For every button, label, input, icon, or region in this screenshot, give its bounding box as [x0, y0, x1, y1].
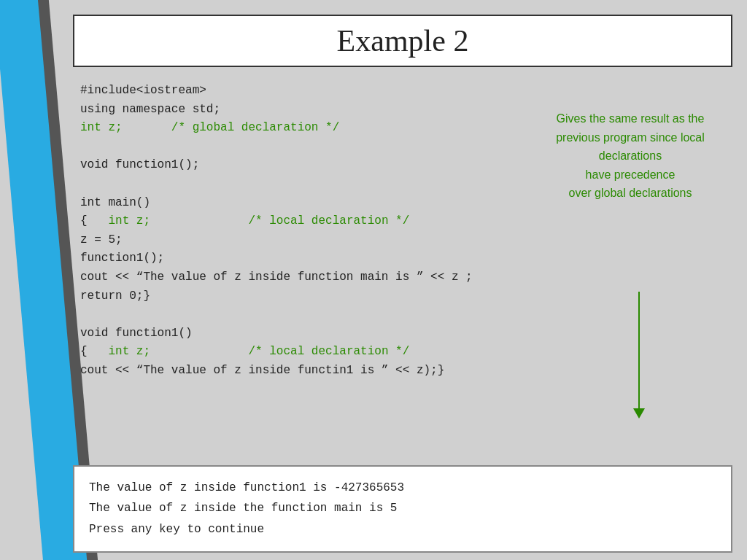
code-line-8-green: int z;	[108, 214, 150, 228]
code-line-8-comment: /* local declaration */	[248, 214, 409, 228]
annotation-line2: previous program since local declaration…	[528, 128, 732, 166]
output-line3: Press any key to continue	[89, 519, 716, 540]
code-line-11: cout << “The value of z inside function …	[80, 268, 732, 287]
arrow-line	[638, 292, 640, 408]
arrow-container	[633, 292, 645, 419]
annotation-line4: over global declarations	[528, 184, 732, 203]
code-line-1: #include<iostream>	[80, 82, 732, 101]
output-box: The value of z inside function1 is -4273…	[73, 465, 732, 553]
code-line-9: z = 5;	[80, 231, 732, 250]
code-line-3-green: int z;	[80, 121, 123, 134]
output-line2: The value of z inside the function main …	[89, 498, 716, 519]
output-line1: The value of z inside function1 is -4273…	[89, 478, 716, 499]
code-line-8: { int z; /* local declaration */	[80, 212, 732, 231]
annotation-line1: Gives the same result as the	[528, 109, 732, 128]
code-line-3-comment: /* global declaration */	[171, 121, 339, 134]
code-line-10: function1();	[80, 249, 732, 268]
page-title: Example 2	[89, 23, 716, 58]
code-line-15-open: {	[80, 345, 101, 358]
code-line-15-comment: /* local declaration */	[248, 345, 409, 358]
annotation-box: Gives the same result as the previous pr…	[528, 109, 732, 203]
code-line-8-open: {	[80, 214, 101, 228]
arrow-head	[633, 408, 645, 419]
title-box: Example 2	[73, 15, 732, 67]
code-line-15-green: int z;	[108, 345, 150, 358]
annotation-line3: have precedence	[528, 166, 732, 184]
